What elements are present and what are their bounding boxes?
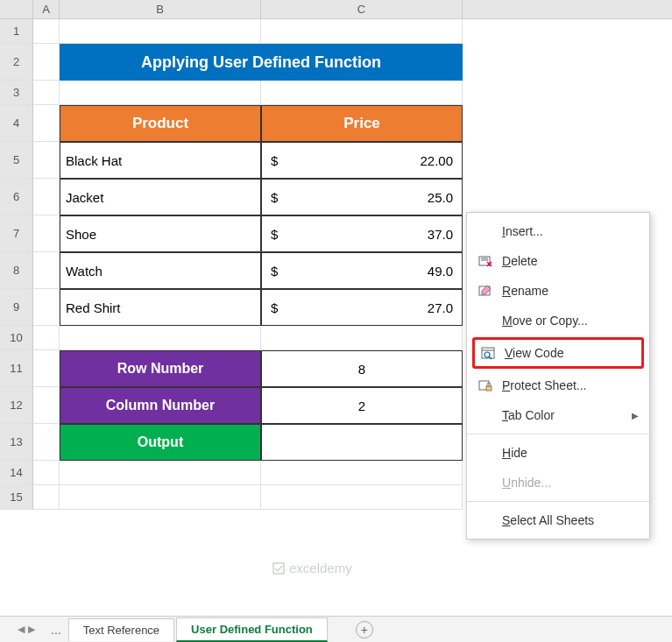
cell-A1[interactable] (33, 19, 60, 44)
row-header-14[interactable]: 14 (0, 461, 33, 485)
cell-A6[interactable] (33, 179, 60, 215)
cell-product-1[interactable]: Jacket (60, 179, 261, 215)
row-header-1[interactable]: 1 (0, 19, 33, 44)
row-header-7[interactable]: 7 (0, 215, 33, 252)
cell-C1[interactable] (261, 19, 463, 44)
row-header-5[interactable]: 5 (0, 142, 33, 179)
row-header-8[interactable]: 8 (0, 252, 33, 289)
title-banner[interactable]: Applying User Defined Function (60, 44, 463, 81)
row-header-6[interactable]: 6 (0, 179, 33, 215)
add-sheet-button[interactable]: + (356, 621, 373, 638)
cell-price-4[interactable]: $ 27.0 (261, 289, 463, 326)
menu-label: Hide (502, 446, 527, 460)
cell-A5[interactable] (33, 142, 60, 179)
menu-move-or-copy[interactable]: Move or Copy... (467, 306, 649, 335)
row-header-11[interactable]: 11 (0, 350, 33, 387)
cell-price-2[interactable]: $ 37.0 (261, 215, 463, 252)
menu-label: Select All Sheets (502, 513, 594, 527)
watermark: exceldemy (272, 561, 352, 575)
cell-C14[interactable] (261, 461, 463, 485)
menu-separator (467, 434, 649, 434)
svg-rect-0 (273, 563, 284, 574)
output-label[interactable]: Output (60, 424, 261, 461)
row-number-value[interactable]: 8 (261, 350, 463, 387)
col-header-C[interactable]: C (261, 0, 463, 18)
menu-label: View Code (505, 346, 563, 360)
cell-A11[interactable] (33, 350, 60, 387)
tab-nav-prev-icon[interactable]: ◀ (18, 624, 25, 635)
cell-price-3[interactable]: $ 49.0 (261, 252, 463, 289)
cell-B10[interactable] (60, 326, 261, 350)
row-header-12[interactable]: 12 (0, 387, 33, 424)
currency-symbol: $ (271, 300, 278, 315)
cell-C3[interactable] (261, 81, 463, 105)
cell-C15[interactable] (261, 485, 463, 510)
cell-price-1[interactable]: $ 25.0 (261, 179, 463, 215)
tab-ellipsis[interactable]: ... (51, 623, 61, 637)
menu-hide[interactable]: Hide (467, 438, 649, 468)
blank-icon (477, 313, 493, 328)
row-header-2[interactable]: 2 (0, 44, 33, 81)
menu-protect-sheet[interactable]: Protect Sheet... (467, 370, 649, 400)
menu-tab-color[interactable]: Tab Color ▶ (467, 400, 649, 430)
cell-A14[interactable] (33, 461, 60, 485)
currency-symbol: $ (271, 153, 278, 168)
menu-rename[interactable]: Rename (467, 276, 649, 306)
col-header-B[interactable]: B (60, 0, 261, 18)
column-number-label[interactable]: Column Number (60, 387, 261, 424)
cell-product-2[interactable]: Shoe (60, 215, 261, 252)
cell-A8[interactable] (33, 252, 60, 289)
cell-product-0[interactable]: Black Hat (60, 142, 261, 179)
cell-A3[interactable] (33, 81, 60, 105)
col-header-A[interactable]: A (33, 0, 60, 18)
row-header-10[interactable]: 10 (0, 326, 33, 350)
cell-B14[interactable] (60, 461, 261, 485)
tab-nav-next-icon[interactable]: ▶ (28, 624, 35, 635)
column-number-value[interactable]: 2 (261, 387, 463, 424)
menu-label: Protect Sheet... (502, 378, 587, 392)
cell-A10[interactable] (33, 326, 60, 350)
tab-user-defined-function[interactable]: User Defined Function (176, 617, 328, 642)
menu-view-code[interactable]: View Code (472, 337, 644, 369)
cell-B3[interactable] (60, 81, 261, 105)
cell-C10[interactable] (261, 326, 463, 350)
cell-A4[interactable] (33, 105, 60, 142)
menu-separator (467, 501, 649, 502)
row-number-label[interactable]: Row Number (60, 350, 261, 387)
cell-price-0[interactable]: $ 22.00 (261, 142, 463, 179)
cell-A13[interactable] (33, 424, 60, 461)
cell-product-3[interactable]: Watch (60, 252, 261, 289)
price-value: 25.0 (428, 190, 453, 205)
watermark-icon (272, 561, 286, 575)
price-value: 22.00 (420, 153, 453, 168)
header-price[interactable]: Price (261, 105, 463, 142)
sheet-tabs-bar: ◀ ▶ ... Text Reference User Defined Func… (0, 616, 672, 642)
select-all-corner[interactable] (0, 0, 33, 18)
cell-B15[interactable] (60, 485, 261, 510)
cell-A9[interactable] (33, 289, 60, 326)
cell-A2[interactable] (33, 44, 60, 81)
blank-icon (477, 445, 493, 461)
currency-symbol: $ (271, 190, 278, 205)
row-header-13[interactable]: 13 (0, 424, 33, 461)
tab-text-reference[interactable]: Text Reference (68, 618, 174, 641)
menu-label: Delete (502, 254, 537, 268)
menu-label: Unhide... (502, 476, 551, 490)
cell-A12[interactable] (33, 387, 60, 424)
cell-A15[interactable] (33, 485, 60, 510)
rename-icon (477, 283, 493, 299)
output-value[interactable] (261, 424, 463, 461)
price-value: 37.0 (428, 227, 453, 242)
cell-product-4[interactable]: Red Shirt (60, 289, 261, 326)
row-header-3[interactable]: 3 (0, 81, 33, 105)
menu-select-all-sheets[interactable]: Select All Sheets (467, 505, 649, 535)
row-header-4[interactable]: 4 (0, 105, 33, 142)
currency-symbol: $ (271, 227, 278, 242)
row-header-9[interactable]: 9 (0, 289, 33, 326)
cell-A7[interactable] (33, 215, 60, 252)
menu-delete[interactable]: Delete (467, 246, 649, 276)
header-product[interactable]: Product (60, 105, 261, 142)
row-header-15[interactable]: 15 (0, 485, 33, 510)
cell-B1[interactable] (60, 19, 261, 44)
menu-insert[interactable]: Insert... (467, 216, 649, 246)
